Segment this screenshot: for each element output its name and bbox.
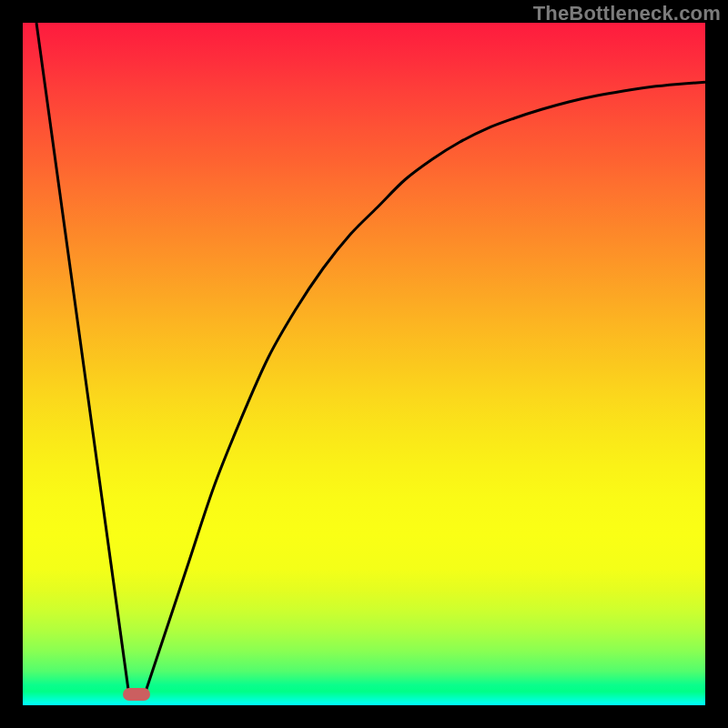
minimum-marker (123, 688, 150, 701)
plot-area (23, 23, 705, 705)
descending-line-path (36, 23, 128, 692)
outer-frame: TheBottleneck.com (0, 0, 728, 728)
recovery-curve-path (146, 82, 705, 692)
curve-svg (23, 23, 705, 705)
